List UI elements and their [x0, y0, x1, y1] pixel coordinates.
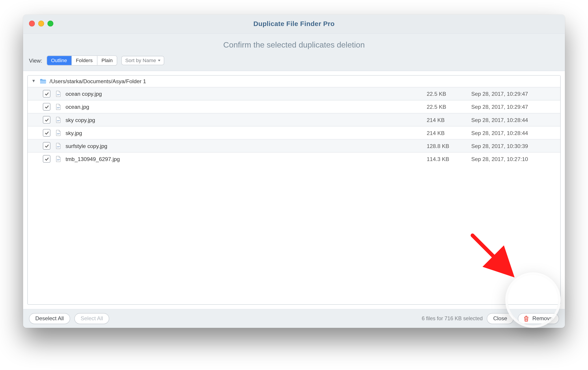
svg-rect-1 [57, 95, 59, 96]
file-size: 214 KB [427, 130, 467, 136]
file-name: ocean copy.jpg [65, 91, 427, 97]
jpeg-file-icon [55, 142, 61, 149]
select-all-button[interactable]: Select All [74, 313, 109, 324]
file-name: sky copy.jpg [65, 117, 427, 123]
view-segmented-control: Outline Folders Plain [46, 55, 117, 65]
window-title: Duplicate File Finder Pro [23, 20, 565, 28]
file-checkbox[interactable] [43, 116, 50, 124]
view-outline-tab[interactable]: Outline [47, 56, 72, 65]
view-toolbar: View: Outline Folders Plain Sort by Name [23, 55, 565, 65]
chevron-down-icon [158, 60, 160, 61]
svg-rect-0 [57, 94, 60, 95]
file-date: Sep 28, 2017, 10:28:44 [467, 117, 555, 123]
svg-rect-8 [57, 146, 60, 147]
traffic-lights [29, 21, 53, 26]
titlebar: Duplicate File Finder Pro [23, 15, 565, 34]
trash-icon [523, 315, 529, 322]
file-date: Sep 28, 2017, 10:30:39 [467, 143, 555, 149]
remove-button[interactable]: Remove [518, 313, 559, 324]
file-list: ▼ /Users/starka/Documents/Asya/Folder 1 … [27, 75, 561, 305]
file-name: sky.jpg [65, 130, 427, 136]
file-size: 22.5 KB [427, 104, 467, 110]
sort-dropdown[interactable]: Sort by Name [121, 56, 164, 65]
view-label: View: [29, 57, 42, 64]
file-row[interactable]: sky.jpg214 KBSep 28, 2017, 10:28:44 [28, 127, 560, 140]
minimize-light-icon[interactable] [38, 21, 44, 26]
svg-rect-11 [57, 160, 59, 161]
file-row[interactable]: ocean copy.jpg22.5 KBSep 28, 2017, 10:29… [28, 87, 560, 100]
file-size: 114.3 KB [427, 156, 467, 162]
file-checkbox[interactable] [43, 142, 50, 150]
file-size: 214 KB [427, 117, 467, 123]
file-size: 128.8 KB [427, 143, 467, 149]
jpeg-file-icon [55, 155, 61, 162]
svg-rect-7 [57, 134, 59, 135]
file-rows: ocean copy.jpg22.5 KBSep 28, 2017, 10:29… [28, 87, 560, 304]
app-window: Duplicate File Finder Pro Confirm the se… [23, 15, 565, 328]
view-plain-tab[interactable]: Plain [97, 56, 117, 65]
selection-status: 6 files for 716 KB selected [422, 316, 483, 322]
svg-rect-9 [57, 147, 59, 148]
folder-icon [40, 78, 46, 84]
svg-rect-2 [57, 107, 60, 108]
file-checkbox[interactable] [43, 103, 50, 110]
svg-rect-5 [57, 121, 59, 121]
sort-dropdown-label: Sort by Name [125, 57, 156, 63]
jpeg-file-icon [55, 129, 61, 136]
footer: Deselect All Select All 6 files for 716 … [23, 309, 565, 328]
file-row[interactable]: tmb_130949_6297.jpg114.3 KBSep 28, 2017,… [28, 152, 560, 165]
deselect-all-button[interactable]: Deselect All [29, 313, 70, 324]
file-checkbox[interactable] [43, 129, 50, 137]
subheader: Confirm the selected duplicates deletion… [23, 34, 565, 71]
file-checkbox[interactable] [43, 155, 50, 163]
jpeg-file-icon [55, 103, 61, 110]
close-button[interactable]: Close [487, 313, 514, 324]
jpeg-file-icon [55, 116, 61, 123]
svg-rect-6 [57, 133, 60, 134]
file-name: tmb_130949_6297.jpg [65, 156, 427, 162]
file-row[interactable]: sky copy.jpg214 KBSep 28, 2017, 10:28:44 [28, 113, 560, 127]
file-row[interactable]: ocean.jpg22.5 KBSep 28, 2017, 10:29:47 [28, 100, 560, 113]
svg-rect-10 [57, 159, 60, 160]
file-checkbox[interactable] [43, 90, 50, 98]
svg-rect-4 [57, 120, 60, 121]
file-size: 22.5 KB [427, 91, 467, 97]
file-name: surfstyle copy.jpg [65, 143, 427, 149]
file-date: Sep 28, 2017, 10:28:44 [467, 130, 555, 136]
file-name: ocean.jpg [65, 104, 427, 110]
svg-rect-3 [57, 108, 59, 109]
folder-path: /Users/starka/Documents/Asya/Folder 1 [50, 78, 146, 85]
page-subtitle: Confirm the selected duplicates deletion [23, 34, 565, 55]
folder-header-row[interactable]: ▼ /Users/starka/Documents/Asya/Folder 1 [28, 76, 560, 87]
file-row[interactable]: surfstyle copy.jpg128.8 KBSep 28, 2017, … [28, 140, 560, 152]
file-date: Sep 28, 2017, 10:29:47 [467, 91, 555, 97]
file-date: Sep 28, 2017, 10:27:10 [467, 156, 555, 162]
zoom-light-icon[interactable] [48, 21, 53, 26]
disclosure-triangle-icon[interactable]: ▼ [31, 78, 36, 83]
view-folders-tab[interactable]: Folders [72, 56, 97, 65]
jpeg-file-icon [55, 90, 61, 97]
close-light-icon[interactable] [29, 21, 35, 26]
file-date: Sep 28, 2017, 10:29:47 [467, 104, 555, 110]
remove-button-label: Remove [532, 316, 553, 321]
